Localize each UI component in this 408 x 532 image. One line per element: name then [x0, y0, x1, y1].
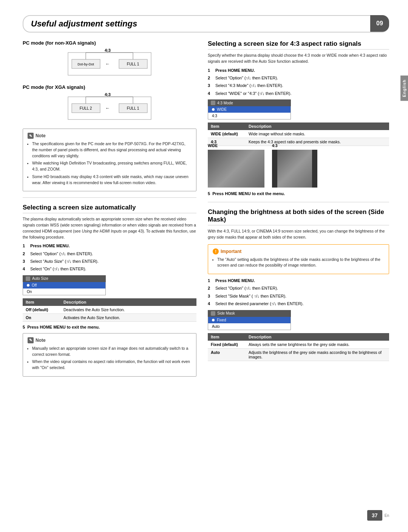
side-mask-menu-row-fixed: Fixed [208, 317, 291, 323]
page-title: Useful adjustment settings [31, 19, 137, 29]
43-image-label: 4:3 [272, 144, 277, 148]
note-item-2-2: When the video signal contains no aspect… [32, 359, 192, 371]
select-43-table-header-desc: Description [246, 123, 389, 130]
select-43-menu-row-43: 4:3 [208, 113, 291, 119]
select-43-table: Item Description WIDE (default) Wide ima… [208, 123, 389, 146]
side-mask-menu-header: Side Mask [208, 310, 291, 317]
important-body: The "Auto" setting adjusts the brightnes… [213, 257, 384, 269]
important-list: The "Auto" setting adjusts the brightnes… [213, 257, 384, 269]
select-43-steps: 1 Press HOME MENU. 2 Select "Option" (↑/… [208, 68, 389, 97]
note-body-2: Manually select an appropriate screen si… [28, 346, 192, 371]
wide-image [208, 150, 264, 188]
side-mask-table-header-item: Item [208, 333, 246, 341]
important-box: ! Important The "Auto" setting adjusts t… [208, 244, 389, 275]
content-area: PC mode (for non-XGA signals) 4:3 Dot-by… [23, 40, 389, 380]
note-item-1-3: Some HD broadcasts may display 4:3 conte… [32, 174, 192, 186]
step-sm1: 1 Press HOME MENU. [208, 278, 389, 284]
divider-1 [23, 197, 196, 198]
43-image-container: 4:3 [272, 150, 317, 188]
auto-size-intro: The plasma display automatically selects… [23, 216, 196, 240]
select-43-table-desc-1: Keeps the 4:3 aspect ratio and presents … [246, 138, 389, 146]
auto-size-menu-row-off: Off [23, 282, 105, 288]
note-icon-1: ✎ [28, 133, 34, 139]
auto-size-menu-row-on: On [23, 288, 105, 295]
note-title-2: ✎ Note [28, 337, 192, 343]
step-5-text: Press HOME MENU to exit the menu. [27, 325, 100, 329]
select-43-menu-header: 4:3 Mode [208, 99, 291, 106]
important-item-0: The "Auto" setting adjusts the brightnes… [217, 257, 384, 269]
menu-sm-header-icon [211, 311, 215, 316]
dot-fixed [212, 319, 215, 321]
select-43-title: Selecting a screen size for 4:3 aspect r… [208, 40, 389, 50]
svg-text:Dot-by-Dot: Dot-by-Dot [77, 62, 94, 66]
step-5-right: 5 Press HOME MENU to exit the menu. [208, 191, 389, 196]
auto-size-table-desc-1: Activates the Auto Size function. [60, 313, 196, 321]
footer-sub: En [385, 513, 389, 518]
step-r1: 1 Press HOME MENU. [208, 68, 389, 73]
note-item-1-2: While watching High Definition TV broadc… [32, 160, 192, 172]
side-language-label: English [400, 76, 408, 101]
step-1: 1 Press HOME MENU. [23, 243, 196, 249]
select-43-table-desc-0: Wide image without side masks. [246, 130, 389, 138]
page-number: 09 [370, 15, 389, 32]
table-row: Auto Adjusts the brightness of the grey … [208, 348, 389, 361]
note-item-2-1: Manually select an appropriate screen si… [32, 346, 192, 358]
svg-text:FULL 2: FULL 2 [80, 106, 92, 110]
menu-43-header-icon [211, 101, 215, 105]
note-list-2: Manually select an appropriate screen si… [28, 346, 192, 371]
pc-mode-xga-title: PC mode (for XGA signals) [23, 84, 196, 90]
step-r2: 2 Select "Option" (↑/↓ then ENTER). [208, 75, 389, 81]
left-column: PC mode (for non-XGA signals) 4:3 Dot-by… [23, 40, 196, 380]
auto-size-menu-header: Auto Size [23, 275, 106, 282]
43-image [272, 150, 317, 188]
note-list-1: The specifications given for the PC mode… [28, 141, 192, 186]
note-box-2: ✎ Note Manually select an appropriate sc… [23, 333, 196, 377]
side-mask-menu: Side Mask Fixed Auto [208, 310, 291, 330]
select-43-menu-body: WIDE 4:3 [208, 106, 291, 119]
side-mask-intro: With the 4:3, FULL 14:9, or CINEMA 14:9 … [208, 228, 389, 240]
auto-size-menu-body: Off On [23, 282, 106, 295]
svg-text:FULL 1: FULL 1 [127, 62, 139, 66]
important-icon: ! [213, 248, 219, 254]
side-mask-section: Changing the brightness at both sides of… [208, 208, 389, 361]
table-row: WIDE (default) Wide image without side m… [208, 130, 389, 138]
step-5-r-text: Press HOME MENU to exit the menu. [212, 191, 285, 196]
select-43-table-header-item: Item [208, 123, 246, 130]
svg-text:←: ← [105, 61, 110, 67]
auto-size-menu: Auto Size Off On [23, 275, 106, 295]
pc-mode-non-xga-title: PC mode (for non-XGA signals) [23, 40, 196, 46]
footer-page-number: 37 [367, 510, 382, 521]
side-mask-steps: 1 Press HOME MENU. 2 Select "Option" (↑/… [208, 278, 389, 307]
step-r3: 3 Select "4:3 Mode" (↑/↓ then ENTER). [208, 83, 389, 88]
xga-diagram-svg: 4:3 FULL 2 ← FULL 1 [64, 93, 155, 123]
note-item-1-1: The specifications given for the PC mode… [32, 141, 192, 159]
auto-size-table: Item Description Off (default) Deactivat… [23, 298, 196, 322]
table-row: Fixed (default) Always sets the same bri… [208, 341, 389, 349]
step-4: 4 Select "On" (↑/↓ then ENTER). [23, 266, 196, 272]
auto-size-title: Selecting a screen size automatically [23, 204, 196, 213]
page-footer: 37 En [367, 510, 389, 521]
side-mask-table-header-desc: Description [246, 333, 389, 341]
important-title: ! Important [213, 248, 384, 254]
side-mask-table: Item Description Fixed (default) Always … [208, 333, 389, 361]
auto-size-steps: 1 Press HOME MENU. 2 Select "Option" (↑/… [23, 243, 196, 272]
page-header: Useful adjustment settings 09 [23, 15, 389, 33]
note-title-1: ✎ Note [28, 133, 192, 139]
side-mask-table-desc-1: Adjusts the brightness of the grey side … [246, 348, 389, 361]
side-mask-table-key-0: Fixed (default) [208, 341, 246, 349]
table-row: 4:3 Keeps the 4:3 aspect ratio and prese… [208, 138, 389, 146]
step-sm4: 4 Select the desired parameter (↑/↓ then… [208, 301, 389, 307]
auto-size-section: Selecting a screen size automatically Th… [23, 204, 196, 377]
pc-mode-non-xga-diagram: 4:3 Dot-by-Dot ← FULL 1 [23, 49, 196, 79]
note-icon-2: ✎ [28, 337, 34, 343]
svg-text:←: ← [105, 105, 110, 111]
select-43-menu-row-wide: WIDE [208, 106, 291, 113]
dot-off [27, 284, 29, 287]
table-row: On Activates the Auto Size function. [23, 313, 196, 321]
step-sm2: 2 Select "Option" (↑/↓ then ENTER). [208, 285, 389, 291]
step-r4: 4 Select "WIDE" or "4:3" (↑/↓ then ENTER… [208, 91, 389, 96]
select-43-intro: Specify whether the plasma display shoul… [208, 53, 389, 65]
pc-mode-xga-section: PC mode (for XGA signals) 4:3 FULL 2 ← F… [23, 84, 196, 123]
note-box-1: ✎ Note The specifications given for the … [23, 129, 196, 191]
side-mask-menu-row-auto: Auto [208, 323, 291, 330]
